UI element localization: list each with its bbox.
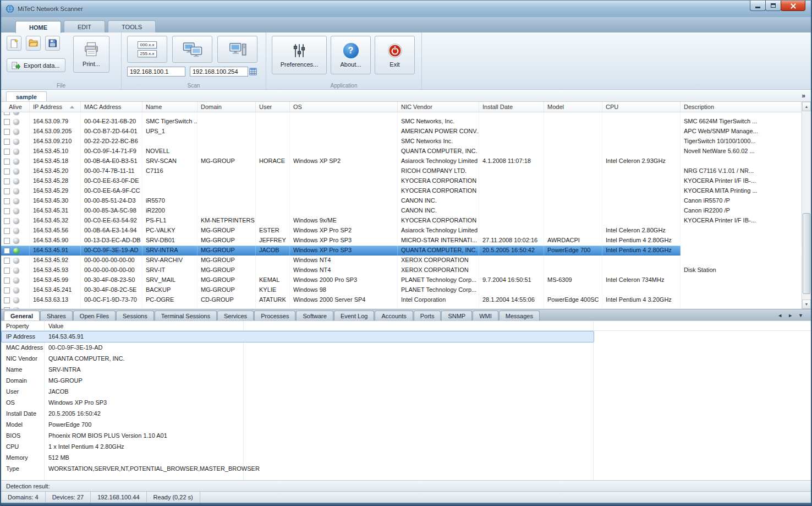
alive-checkbox[interactable] xyxy=(4,208,10,214)
scrollbar-thumb[interactable] xyxy=(803,213,810,294)
new-button[interactable] xyxy=(7,36,21,51)
property-row[interactable]: ModelPowerEdge 700 xyxy=(1,419,811,430)
table-row[interactable]: 164.53.45.2000-00-74-7B-11-11C7116RICOH … xyxy=(1,166,802,176)
save-button[interactable] xyxy=(45,36,60,51)
table-row[interactable]: 164.53.45.1000-C0-9F-14-71-F9NOVELLQUANT… xyxy=(1,146,802,156)
alive-checkbox[interactable] xyxy=(4,248,10,254)
table-row[interactable]: 164.53.45.2900-C0-EE-6A-9F-CCKYOCERA COR… xyxy=(1,186,802,196)
tab-open-files[interactable]: Open Files xyxy=(73,311,116,320)
about-button[interactable]: ? About... xyxy=(331,36,371,74)
property-row[interactable]: BIOSPhoenix ROM BIOS PLUS Version 1.10 A… xyxy=(1,430,811,441)
alive-checkbox[interactable] xyxy=(4,178,10,184)
property-row[interactable]: DomainMG-GROUP xyxy=(1,375,811,386)
column-header-name[interactable]: Name xyxy=(142,102,197,112)
table-row[interactable]: 164.53.63.1300-0C-F1-9D-73-70PC-OGRECD-G… xyxy=(1,295,802,305)
alive-checkbox[interactable] xyxy=(4,238,10,244)
property-row[interactable]: NameSRV-INTRA xyxy=(1,364,811,375)
property-row[interactable]: TypeWORKSTATION,SERVER,NT,POTENTIAL_BROW… xyxy=(1,463,811,474)
alive-checkbox[interactable] xyxy=(4,307,10,309)
alive-checkbox[interactable] xyxy=(4,129,10,135)
property-row[interactable]: Memory512 MB xyxy=(1,452,811,463)
column-header-alive[interactable]: Alive xyxy=(1,102,30,112)
tab-general[interactable]: General xyxy=(4,311,40,320)
tab-services[interactable]: Services xyxy=(217,311,254,320)
tab-accounts[interactable]: Accounts xyxy=(375,311,413,320)
alive-checkbox[interactable] xyxy=(4,218,10,224)
scan-range-button[interactable]: 000.x.x 255.x.x xyxy=(127,36,167,63)
column-header-user[interactable]: User xyxy=(256,102,290,112)
alive-checkbox[interactable] xyxy=(4,112,10,115)
column-header-ip-address[interactable]: IP Address xyxy=(30,102,81,112)
vertical-scrollbar[interactable]: ▲ ▼ xyxy=(802,102,811,309)
exit-button[interactable]: Exit xyxy=(375,36,415,74)
tab-sessions[interactable]: Sessions xyxy=(116,311,154,320)
alive-checkbox[interactable] xyxy=(4,159,10,165)
property-row[interactable]: CPU1 x Intel Pentium 4 2.80GHz xyxy=(1,441,811,452)
scroll-down-icon[interactable]: ▼ xyxy=(802,300,811,309)
table-row[interactable]: 164.53.09.20500-C0-B7-2D-64-01UPS_1AMERI… xyxy=(1,127,802,137)
ribbon-tab-tools[interactable]: TOOLS xyxy=(108,20,156,32)
scan-ip-to-input[interactable] xyxy=(190,67,248,77)
property-row[interactable]: MAC Address00-C0-9F-3E-19-AD xyxy=(1,342,811,353)
tab-overflow-icon[interactable]: » xyxy=(802,92,805,101)
alive-checkbox[interactable] xyxy=(4,287,10,293)
table-row[interactable]: 164.53.45.3000-00-85-51-24-D3iR5570CANON… xyxy=(1,196,802,206)
property-row[interactable]: Install Date20.5.2005 16:50:42 xyxy=(1,408,811,419)
table-row[interactable]: 164.53.45.9100-C0-9F-3E-19-ADSRV-INTRAMG… xyxy=(1,246,802,255)
tab-processes[interactable]: Processes xyxy=(254,311,295,320)
property-row[interactable]: UserJACOB xyxy=(1,386,811,397)
table-row[interactable]: 164.53.45.3100-00-85-3A-5C-98iR2200CANON… xyxy=(1,206,802,216)
alive-checkbox[interactable] xyxy=(4,188,10,194)
table-row[interactable]: 164.53.45.9200-00-00-00-00-00SRV-ARCHIVM… xyxy=(1,255,802,265)
alive-checkbox[interactable] xyxy=(4,268,10,274)
table-row[interactable]: 164.53.45.9900-30-4F-08-23-50SRV_MAILMG-… xyxy=(1,275,802,285)
table-row[interactable]: 164.53.09.7900-04-E2-31-6B-20SMC TigerSw… xyxy=(1,117,802,127)
table-row[interactable]: 164.53.45.2800-C0-EE-63-0F-DEKYOCERA COR… xyxy=(1,176,802,186)
ribbon-tab-home[interactable]: HOME xyxy=(15,21,61,33)
print-button[interactable]: Print... xyxy=(73,36,109,73)
alive-checkbox[interactable] xyxy=(4,168,10,175)
table-row[interactable]: 164.53.45.5600-0B-6A-E3-14-94PC-VALKYMG-… xyxy=(1,226,802,236)
maximize-button[interactable] xyxy=(765,1,781,11)
tab-messages[interactable]: Messages xyxy=(499,311,540,320)
column-header-cpu[interactable]: CPU xyxy=(602,102,681,112)
ribbon-tab-edit[interactable]: EDIT xyxy=(64,20,105,32)
property-row[interactable]: IP Address164.53.45.91 xyxy=(1,331,811,342)
table-row[interactable]: 164.53.45.24100-30-4F-08-2C-5EBACKUPMG-G… xyxy=(1,285,802,295)
scan-network-button[interactable] xyxy=(172,36,212,63)
alive-checkbox[interactable] xyxy=(4,139,10,145)
document-tab-sample[interactable]: sample xyxy=(6,91,47,101)
property-column-header[interactable]: Property xyxy=(1,323,44,329)
preferences-button[interactable]: Preferences... xyxy=(272,36,327,74)
alive-checkbox[interactable] xyxy=(4,119,10,125)
tab-ports[interactable]: Ports xyxy=(414,311,441,320)
tab-prev-icon[interactable]: ◄ xyxy=(777,313,782,318)
scan-host-button[interactable] xyxy=(217,36,257,63)
property-row[interactable]: NIC VendorQUANTA COMPUTER, INC. xyxy=(1,353,811,364)
column-header-nic-vendor[interactable]: NIC Vendor xyxy=(398,102,479,112)
column-header-install-date[interactable]: Install Date xyxy=(479,102,544,112)
column-header-mac-address[interactable]: MAC Address xyxy=(81,102,142,112)
tab-snmp[interactable]: SNMP xyxy=(441,311,472,320)
alive-checkbox[interactable] xyxy=(4,258,10,264)
tab-wmi[interactable]: WMI xyxy=(473,311,498,320)
column-header-model[interactable]: Model xyxy=(544,102,602,112)
table-row[interactable] xyxy=(1,305,802,309)
table-row[interactable]: 164.53.45.1800-0B-6A-E0-B3-51SRV-SCANMG-… xyxy=(1,156,802,166)
table-row[interactable]: 164.53.09.21000-22-2D-22-BC-B6SMC Networ… xyxy=(1,137,802,146)
open-button[interactable] xyxy=(26,36,41,51)
scan-ip-from-input[interactable] xyxy=(127,67,185,77)
property-row[interactable]: OSWindows XP Pro SP3 xyxy=(1,397,811,408)
tab-shares[interactable]: Shares xyxy=(40,311,73,320)
column-header-os[interactable]: OS xyxy=(290,102,398,112)
alive-checkbox[interactable] xyxy=(4,228,10,234)
alive-checkbox[interactable] xyxy=(4,198,10,204)
value-column-header[interactable]: Value xyxy=(44,323,63,329)
scrollbar-track[interactable] xyxy=(802,111,811,300)
tab-list-icon[interactable]: ▼ xyxy=(798,313,803,318)
ip-picker-grid-icon[interactable] xyxy=(249,68,257,75)
tab-software[interactable]: Software xyxy=(296,311,333,320)
column-header-domain[interactable]: Domain xyxy=(197,102,256,112)
table-row[interactable] xyxy=(1,112,802,117)
tab-event-log[interactable]: Event Log xyxy=(334,311,375,320)
